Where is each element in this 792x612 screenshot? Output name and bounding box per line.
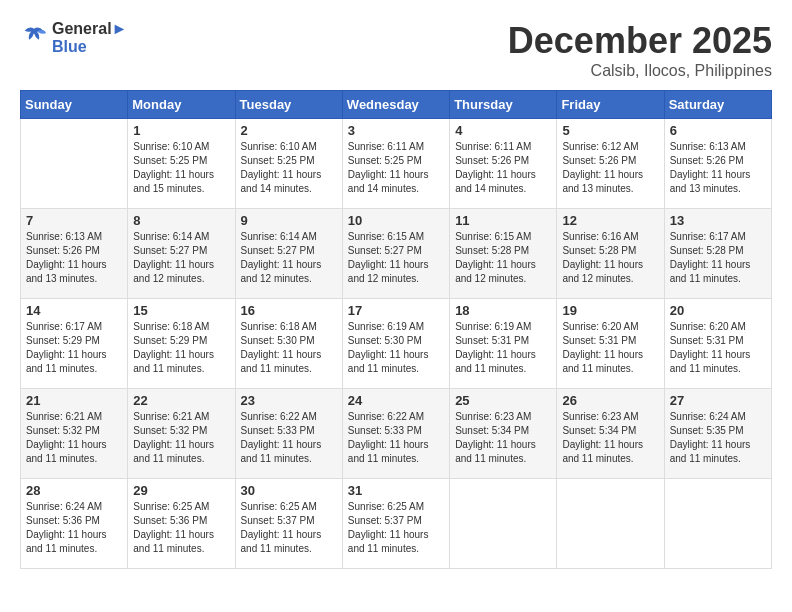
calendar-cell: 19Sunrise: 6:20 AM Sunset: 5:31 PM Dayli… [557, 299, 664, 389]
col-header-tuesday: Tuesday [235, 91, 342, 119]
day-number: 30 [241, 483, 337, 498]
logo-text: General► Blue [52, 20, 127, 56]
calendar-cell: 9Sunrise: 6:14 AM Sunset: 5:27 PM Daylig… [235, 209, 342, 299]
day-info: Sunrise: 6:22 AM Sunset: 5:33 PM Dayligh… [241, 410, 337, 466]
day-info: Sunrise: 6:24 AM Sunset: 5:35 PM Dayligh… [670, 410, 766, 466]
day-number: 23 [241, 393, 337, 408]
calendar-cell: 21Sunrise: 6:21 AM Sunset: 5:32 PM Dayli… [21, 389, 128, 479]
calendar-cell [664, 479, 771, 569]
day-info: Sunrise: 6:16 AM Sunset: 5:28 PM Dayligh… [562, 230, 658, 286]
day-info: Sunrise: 6:13 AM Sunset: 5:26 PM Dayligh… [26, 230, 122, 286]
day-info: Sunrise: 6:10 AM Sunset: 5:25 PM Dayligh… [133, 140, 229, 196]
week-row-3: 14Sunrise: 6:17 AM Sunset: 5:29 PM Dayli… [21, 299, 772, 389]
day-info: Sunrise: 6:23 AM Sunset: 5:34 PM Dayligh… [455, 410, 551, 466]
day-info: Sunrise: 6:19 AM Sunset: 5:30 PM Dayligh… [348, 320, 444, 376]
day-number: 13 [670, 213, 766, 228]
calendar-cell: 22Sunrise: 6:21 AM Sunset: 5:32 PM Dayli… [128, 389, 235, 479]
day-number: 6 [670, 123, 766, 138]
calendar-cell: 31Sunrise: 6:25 AM Sunset: 5:37 PM Dayli… [342, 479, 449, 569]
day-number: 1 [133, 123, 229, 138]
day-number: 22 [133, 393, 229, 408]
month-title: December 2025 [508, 20, 772, 62]
col-header-monday: Monday [128, 91, 235, 119]
day-info: Sunrise: 6:20 AM Sunset: 5:31 PM Dayligh… [670, 320, 766, 376]
day-info: Sunrise: 6:11 AM Sunset: 5:26 PM Dayligh… [455, 140, 551, 196]
day-info: Sunrise: 6:10 AM Sunset: 5:25 PM Dayligh… [241, 140, 337, 196]
calendar-cell: 30Sunrise: 6:25 AM Sunset: 5:37 PM Dayli… [235, 479, 342, 569]
col-header-wednesday: Wednesday [342, 91, 449, 119]
calendar-cell: 16Sunrise: 6:18 AM Sunset: 5:30 PM Dayli… [235, 299, 342, 389]
day-number: 20 [670, 303, 766, 318]
day-number: 7 [26, 213, 122, 228]
calendar-cell [21, 119, 128, 209]
col-header-sunday: Sunday [21, 91, 128, 119]
day-number: 10 [348, 213, 444, 228]
day-number: 12 [562, 213, 658, 228]
calendar-cell: 6Sunrise: 6:13 AM Sunset: 5:26 PM Daylig… [664, 119, 771, 209]
calendar-cell: 12Sunrise: 6:16 AM Sunset: 5:28 PM Dayli… [557, 209, 664, 299]
day-number: 29 [133, 483, 229, 498]
day-info: Sunrise: 6:17 AM Sunset: 5:29 PM Dayligh… [26, 320, 122, 376]
calendar-cell: 20Sunrise: 6:20 AM Sunset: 5:31 PM Dayli… [664, 299, 771, 389]
day-number: 18 [455, 303, 551, 318]
calendar-cell: 8Sunrise: 6:14 AM Sunset: 5:27 PM Daylig… [128, 209, 235, 299]
day-number: 24 [348, 393, 444, 408]
header: General► Blue December 2025 Calsib, Iloc… [20, 20, 772, 80]
logo-icon [20, 24, 48, 52]
calendar-cell: 24Sunrise: 6:22 AM Sunset: 5:33 PM Dayli… [342, 389, 449, 479]
calendar-cell: 25Sunrise: 6:23 AM Sunset: 5:34 PM Dayli… [450, 389, 557, 479]
day-info: Sunrise: 6:24 AM Sunset: 5:36 PM Dayligh… [26, 500, 122, 556]
day-info: Sunrise: 6:21 AM Sunset: 5:32 PM Dayligh… [26, 410, 122, 466]
calendar-cell: 18Sunrise: 6:19 AM Sunset: 5:31 PM Dayli… [450, 299, 557, 389]
calendar-cell: 28Sunrise: 6:24 AM Sunset: 5:36 PM Dayli… [21, 479, 128, 569]
day-info: Sunrise: 6:18 AM Sunset: 5:29 PM Dayligh… [133, 320, 229, 376]
day-info: Sunrise: 6:15 AM Sunset: 5:28 PM Dayligh… [455, 230, 551, 286]
calendar-cell: 15Sunrise: 6:18 AM Sunset: 5:29 PM Dayli… [128, 299, 235, 389]
day-number: 16 [241, 303, 337, 318]
calendar-cell: 26Sunrise: 6:23 AM Sunset: 5:34 PM Dayli… [557, 389, 664, 479]
day-info: Sunrise: 6:14 AM Sunset: 5:27 PM Dayligh… [241, 230, 337, 286]
week-row-1: 1Sunrise: 6:10 AM Sunset: 5:25 PM Daylig… [21, 119, 772, 209]
day-info: Sunrise: 6:14 AM Sunset: 5:27 PM Dayligh… [133, 230, 229, 286]
calendar-cell: 1Sunrise: 6:10 AM Sunset: 5:25 PM Daylig… [128, 119, 235, 209]
day-info: Sunrise: 6:17 AM Sunset: 5:28 PM Dayligh… [670, 230, 766, 286]
col-header-friday: Friday [557, 91, 664, 119]
calendar-cell: 29Sunrise: 6:25 AM Sunset: 5:36 PM Dayli… [128, 479, 235, 569]
day-info: Sunrise: 6:12 AM Sunset: 5:26 PM Dayligh… [562, 140, 658, 196]
day-info: Sunrise: 6:20 AM Sunset: 5:31 PM Dayligh… [562, 320, 658, 376]
calendar-cell: 23Sunrise: 6:22 AM Sunset: 5:33 PM Dayli… [235, 389, 342, 479]
day-number: 17 [348, 303, 444, 318]
day-info: Sunrise: 6:23 AM Sunset: 5:34 PM Dayligh… [562, 410, 658, 466]
day-info: Sunrise: 6:22 AM Sunset: 5:33 PM Dayligh… [348, 410, 444, 466]
col-header-saturday: Saturday [664, 91, 771, 119]
day-number: 15 [133, 303, 229, 318]
calendar-cell: 3Sunrise: 6:11 AM Sunset: 5:25 PM Daylig… [342, 119, 449, 209]
day-info: Sunrise: 6:18 AM Sunset: 5:30 PM Dayligh… [241, 320, 337, 376]
day-number: 27 [670, 393, 766, 408]
calendar-cell: 7Sunrise: 6:13 AM Sunset: 5:26 PM Daylig… [21, 209, 128, 299]
day-info: Sunrise: 6:21 AM Sunset: 5:32 PM Dayligh… [133, 410, 229, 466]
day-info: Sunrise: 6:25 AM Sunset: 5:37 PM Dayligh… [348, 500, 444, 556]
day-number: 19 [562, 303, 658, 318]
week-row-4: 21Sunrise: 6:21 AM Sunset: 5:32 PM Dayli… [21, 389, 772, 479]
col-header-thursday: Thursday [450, 91, 557, 119]
day-info: Sunrise: 6:19 AM Sunset: 5:31 PM Dayligh… [455, 320, 551, 376]
week-row-2: 7Sunrise: 6:13 AM Sunset: 5:26 PM Daylig… [21, 209, 772, 299]
calendar-cell: 11Sunrise: 6:15 AM Sunset: 5:28 PM Dayli… [450, 209, 557, 299]
calendar-cell: 27Sunrise: 6:24 AM Sunset: 5:35 PM Dayli… [664, 389, 771, 479]
day-number: 9 [241, 213, 337, 228]
day-info: Sunrise: 6:25 AM Sunset: 5:36 PM Dayligh… [133, 500, 229, 556]
day-number: 31 [348, 483, 444, 498]
calendar-cell [450, 479, 557, 569]
calendar-cell: 10Sunrise: 6:15 AM Sunset: 5:27 PM Dayli… [342, 209, 449, 299]
day-info: Sunrise: 6:13 AM Sunset: 5:26 PM Dayligh… [670, 140, 766, 196]
day-info: Sunrise: 6:15 AM Sunset: 5:27 PM Dayligh… [348, 230, 444, 286]
day-number: 5 [562, 123, 658, 138]
calendar-cell: 2Sunrise: 6:10 AM Sunset: 5:25 PM Daylig… [235, 119, 342, 209]
day-number: 2 [241, 123, 337, 138]
day-number: 11 [455, 213, 551, 228]
day-number: 21 [26, 393, 122, 408]
day-info: Sunrise: 6:25 AM Sunset: 5:37 PM Dayligh… [241, 500, 337, 556]
calendar-cell: 4Sunrise: 6:11 AM Sunset: 5:26 PM Daylig… [450, 119, 557, 209]
calendar-cell [557, 479, 664, 569]
